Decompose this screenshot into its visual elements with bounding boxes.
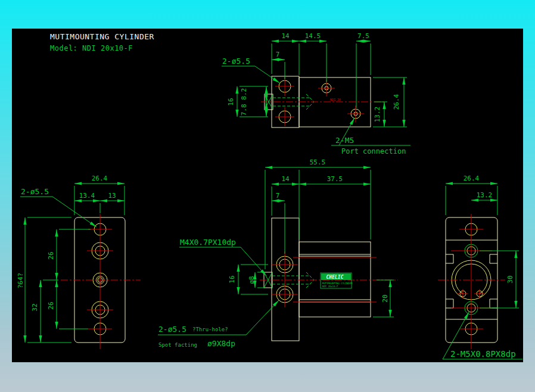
dim-13: 13 (108, 192, 116, 200)
dim-14-5: 14.5 (305, 32, 321, 40)
dim-7: 7 (276, 51, 280, 58)
dim-7-5: 7.5 (357, 32, 369, 40)
label-hole-line1b: ?Thru-hole? (192, 326, 228, 332)
drawing-title: MUTIMOUNTING CYLINDER (50, 32, 154, 41)
dim-55-5: 55.5 (310, 158, 326, 166)
dim-26-4: 26.4 (92, 175, 108, 182)
label-hole-line1a: 2-ø5.5 (158, 325, 186, 334)
dim-26-4: 26.4 (464, 175, 480, 182)
nameplate-line2: NDI 20x10-F (322, 285, 338, 288)
dim-37-5: 37.5 (327, 175, 343, 183)
drawing-model: Model: NDI 20x10-F (50, 44, 133, 52)
label-hole-line2a: Spot facting (158, 342, 197, 348)
label-thru-holes: 2-ø5.5 (222, 57, 250, 66)
dim-13-2: 13.2 (477, 191, 493, 199)
dim-20: 20 (381, 294, 389, 302)
dim-16: 16 (228, 275, 236, 283)
dim-7: 7 (276, 192, 280, 200)
label-port-line2: Port connection (341, 147, 406, 155)
label-hole-line2b: ø9X8dp (207, 339, 235, 348)
dim-16: 16 (227, 98, 235, 105)
label-port-thread: 2-M5X0.8PX8dp (450, 349, 516, 359)
cad-drawing: MUTIMOUNTING CYLINDER Model: NDI 20x10-F (0, 0, 535, 392)
dim-7-8-8-2: 7.8 8.2 (240, 88, 248, 116)
dim-26-4: 26.4 (393, 94, 400, 110)
cad-viewer-window: MUTIMOUNTING CYLINDER Model: NDI 20x10-F (0, 0, 535, 392)
brand-logo-text: CHELIC (326, 275, 344, 280)
dim-14: 14 (281, 175, 290, 183)
dim-26-top: 26 (47, 251, 55, 259)
dim-rod-dia: ø8 (248, 276, 256, 284)
dim-13-4: 13.4 (79, 192, 95, 200)
label-port-line1: 2-M5 (335, 136, 354, 145)
dim-30: 30 (506, 275, 514, 283)
label-rod-thread: M4X0.7PX10dp (180, 238, 236, 247)
dim-14: 14 (281, 32, 290, 40)
body-marking-text: NDI 20 (330, 98, 341, 101)
dim-26-bottom: 26 (47, 301, 55, 309)
dim-13-2: 13.2 (374, 107, 381, 123)
dim-64: ?64? (17, 273, 24, 289)
label-thru-holes: 2-ø5.5 (21, 187, 49, 196)
dim-32: 32 (31, 303, 39, 311)
